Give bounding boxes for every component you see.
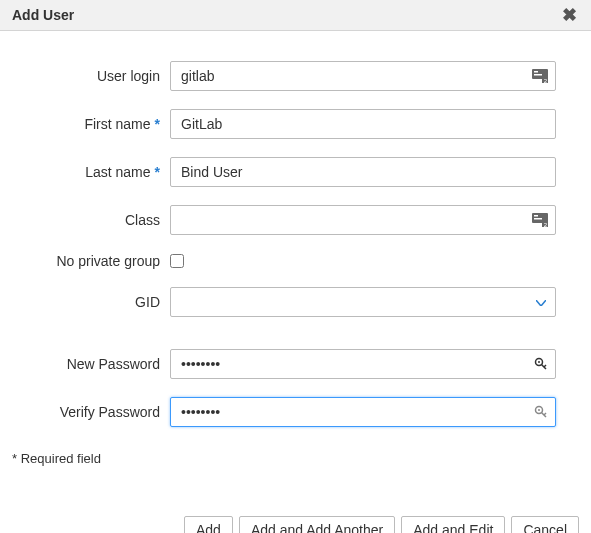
- label-last-name: Last name*: [12, 164, 170, 180]
- label-new-password: New Password: [12, 356, 170, 372]
- row-verify-password: Verify Password: [12, 397, 579, 427]
- dialog-body: User login 2 First name* Last name* Clas…: [0, 31, 591, 476]
- required-indicator: *: [155, 164, 160, 180]
- label-gid: GID: [12, 294, 170, 310]
- add-and-add-another-button[interactable]: Add and Add Another: [239, 516, 395, 533]
- row-user-login: User login 2: [12, 61, 579, 91]
- new-password-input[interactable]: [170, 349, 556, 379]
- row-last-name: Last name*: [12, 157, 579, 187]
- close-icon[interactable]: ✖: [560, 6, 579, 24]
- label-first-name: First name*: [12, 116, 170, 132]
- class-input[interactable]: [170, 205, 556, 235]
- dialog-header: Add User ✖: [0, 0, 591, 31]
- row-gid: GID: [12, 287, 579, 317]
- row-new-password: New Password: [12, 349, 579, 379]
- label-user-login: User login: [12, 68, 170, 84]
- label-class: Class: [12, 212, 170, 228]
- row-class: Class 2: [12, 205, 579, 235]
- required-indicator: *: [155, 116, 160, 132]
- row-first-name: First name*: [12, 109, 579, 139]
- user-login-input[interactable]: [170, 61, 556, 91]
- no-private-group-checkbox[interactable]: [170, 254, 184, 268]
- first-name-input[interactable]: [170, 109, 556, 139]
- cancel-button[interactable]: Cancel: [511, 516, 579, 533]
- label-no-private-group: No private group: [12, 253, 170, 269]
- required-footnote: * Required field: [12, 445, 579, 466]
- last-name-input[interactable]: [170, 157, 556, 187]
- row-no-private-group: No private group: [12, 253, 579, 269]
- add-and-edit-button[interactable]: Add and Edit: [401, 516, 505, 533]
- dialog-title: Add User: [12, 7, 74, 23]
- add-button[interactable]: Add: [184, 516, 233, 533]
- dialog-footer: Add Add and Add Another Add and Edit Can…: [0, 476, 591, 533]
- label-verify-password: Verify Password: [12, 404, 170, 420]
- verify-password-input[interactable]: [170, 397, 556, 427]
- gid-select[interactable]: [170, 287, 556, 317]
